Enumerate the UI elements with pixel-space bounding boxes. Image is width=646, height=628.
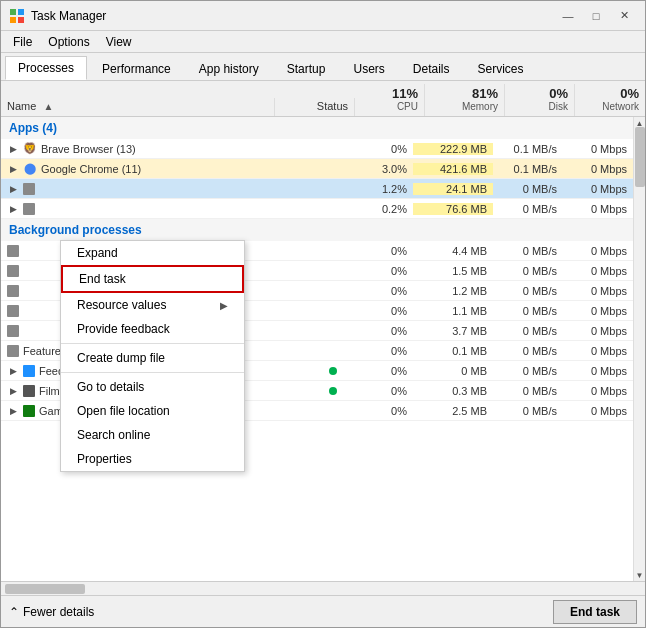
row-network: 0 Mbps [563,163,633,175]
tab-startup[interactable]: Startup [274,57,339,80]
expand-icon[interactable]: ▶ [7,163,19,175]
fewer-details-button[interactable]: ⌃ Fewer details [9,605,94,619]
table-header: Name ▲ Status 11% CPU 81% Memory 0% Disk… [1,81,645,117]
tab-processes[interactable]: Processes [5,56,87,80]
tab-details[interactable]: Details [400,57,463,80]
row-disk: 0.1 MB/s [493,143,563,155]
expand-icon[interactable]: ▶ [7,183,19,195]
expand-icon[interactable]: ▶ [7,203,19,215]
row-cpu: 1.2% [343,183,413,195]
title-text: Task Manager [31,9,106,23]
menu-view[interactable]: View [98,33,140,51]
title-controls: — □ ✕ [555,6,637,26]
ctx-open-file[interactable]: Open file location [61,399,244,423]
row-status [263,385,343,397]
section-background: Background processes [1,219,633,241]
feeds-icon [23,365,35,377]
tab-performance[interactable]: Performance [89,57,184,80]
section-apps-label: Apps (4) [1,121,263,135]
ctx-go-to-details[interactable]: Go to details [61,375,244,399]
chevron-down-icon: ⌃ [9,605,19,619]
menu-file[interactable]: File [5,33,40,51]
sort-arrow: ▲ [39,101,57,112]
ctx-resource-values[interactable]: Resource values ▶ [61,293,244,317]
status-green [329,367,337,375]
row-name: ▶ [1,203,263,215]
col-network[interactable]: 0% Network [575,84,645,116]
scroll-down-button[interactable]: ▼ [634,569,646,581]
ctx-provide-feedback[interactable]: Provide feedback [61,317,244,341]
row-memory: 421.6 MB [413,163,493,175]
generic-icon [7,245,19,257]
end-task-button[interactable]: End task [553,600,637,624]
table-row[interactable]: ▶ 🦁 Brave Browser (13) 0% 222.9 MB 0.1 M… [1,139,633,159]
col-memory[interactable]: 81% Memory [425,84,505,116]
tab-users[interactable]: Users [340,57,397,80]
tab-app-history[interactable]: App history [186,57,272,80]
ctx-end-task[interactable]: End task [61,265,244,293]
tabs-bar: Processes Performance App history Startu… [1,53,645,81]
vertical-scrollbar[interactable]: ▲ ▼ [633,117,645,581]
h-scroll-thumb[interactable] [5,584,85,594]
menu-options[interactable]: Options [40,33,97,51]
task-manager-icon [9,8,25,24]
svg-rect-1 [18,9,24,15]
films-icon [23,385,35,397]
row-name: ▶ [1,183,263,195]
row-disk: 0.1 MB/s [493,163,563,175]
col-name[interactable]: Name ▲ [1,98,275,116]
table-row[interactable]: ▶ ⬤ Google Chrome (11) 3.0% 421.6 MB 0.1… [1,159,633,179]
ctx-properties[interactable]: Properties [61,447,244,471]
row-status [263,365,343,377]
maximize-button[interactable]: □ [583,6,609,26]
submenu-arrow-icon: ▶ [220,300,228,311]
generic-icon [23,203,35,215]
tab-services[interactable]: Services [465,57,537,80]
horizontal-scrollbar[interactable] [1,581,645,595]
generic-icon [7,325,19,337]
expand-icon[interactable]: ▶ [7,365,19,377]
ctx-expand[interactable]: Expand [61,241,244,265]
brave-icon: 🦁 [23,142,37,156]
row-name: ▶ 🦁 Brave Browser (13) [1,142,263,156]
table-row[interactable]: ▶ 1.2% 24.1 MB 0 MB/s 0 Mbps [1,179,633,199]
task-manager-window: Task Manager — □ ✕ File Options View Pro… [0,0,646,628]
bottom-bar: ⌃ Fewer details End task [1,595,645,627]
title-bar-left: Task Manager [9,8,106,24]
row-network: 0 Mbps [563,183,633,195]
context-menu-divider [61,343,244,344]
context-menu: Expand End task Resource values ▶ Provid… [60,240,245,472]
row-name: ▶ ⬤ Google Chrome (11) [1,162,263,176]
col-status[interactable]: Status [275,98,355,116]
col-cpu[interactable]: 11% CPU [355,84,425,116]
context-menu-divider [61,372,244,373]
expand-icon[interactable]: ▶ [7,405,19,417]
chrome-icon: ⬤ [23,162,37,176]
svg-rect-0 [10,9,16,15]
ctx-search-online[interactable]: Search online [61,423,244,447]
row-disk: 0 MB/s [493,203,563,215]
row-network: 0 Mbps [563,203,633,215]
gaming-icon [23,405,35,417]
col-disk[interactable]: 0% Disk [505,84,575,116]
scroll-thumb[interactable] [635,127,645,187]
row-cpu: 3.0% [343,163,413,175]
minimize-button[interactable]: — [555,6,581,26]
generic-icon [7,265,19,277]
expand-icon[interactable]: ▶ [7,143,19,155]
title-bar: Task Manager — □ ✕ [1,1,645,31]
svg-rect-2 [10,17,16,23]
close-button[interactable]: ✕ [611,6,637,26]
ctx-create-dump[interactable]: Create dump file [61,346,244,370]
table-row[interactable]: ▶ 0.2% 76.6 MB 0 MB/s 0 Mbps [1,199,633,219]
row-network: 0 Mbps [563,143,633,155]
expand-icon[interactable]: ▶ [7,385,19,397]
generic-icon [7,305,19,317]
row-disk: 0 MB/s [493,183,563,195]
row-memory: 24.1 MB [413,183,493,195]
status-green [329,387,337,395]
row-memory: 76.6 MB [413,203,493,215]
row-cpu: 0.2% [343,203,413,215]
generic-icon [23,183,35,195]
generic-icon [7,345,19,357]
